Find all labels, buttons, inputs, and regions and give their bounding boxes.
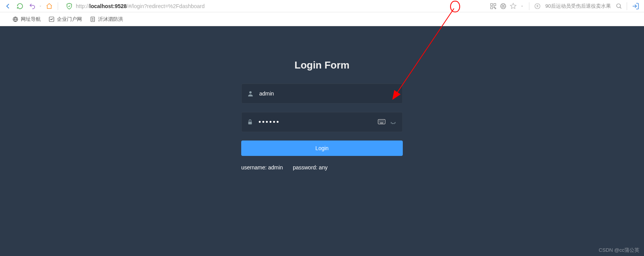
ie-compat-icon[interactable]: [500, 3, 507, 10]
svg-rect-1: [494, 3, 496, 5]
svg-rect-12: [248, 122, 252, 124]
login-title: Login Form: [241, 59, 403, 71]
search-icon[interactable]: [616, 3, 622, 9]
divider: [529, 2, 529, 10]
undo-icon: [29, 3, 36, 10]
password-field-wrapper: ••••••: [241, 112, 403, 132]
bookmark-item-nav[interactable]: 网址导航: [12, 16, 41, 23]
chevron-down-icon[interactable]: [38, 4, 42, 8]
star-icon[interactable]: [510, 3, 517, 10]
svg-rect-3: [494, 7, 494, 7]
hot-search-text[interactable]: 90后运动员受伤后退役卖水果: [546, 3, 611, 10]
login-hints: username: admin password: any: [241, 164, 403, 171]
svg-rect-2: [491, 7, 492, 8]
qr-icon[interactable]: [490, 3, 497, 10]
hint-password: password: any: [293, 164, 327, 171]
bookmark-label: 沂沭泗防洪: [98, 16, 123, 23]
password-input[interactable]: ••••••: [259, 118, 372, 126]
chart-icon: [48, 16, 55, 22]
svg-point-17: [383, 120, 384, 121]
login-form: Login Form •••••• Login: [241, 59, 403, 256]
bookmark-bar: 网址导航 企业门户网 沂沭泗防洪: [0, 12, 644, 26]
reload-button[interactable]: [15, 1, 25, 12]
keyboard-icon[interactable]: [378, 119, 385, 125]
home-button[interactable]: [44, 1, 55, 12]
arrow-left-icon: [4, 2, 12, 10]
eye-closed-icon[interactable]: [389, 119, 397, 125]
home-icon: [46, 3, 53, 10]
shield-icon: [66, 3, 73, 10]
lock-icon: [247, 119, 253, 125]
svg-point-14: [379, 120, 380, 121]
svg-point-19: [380, 122, 381, 122]
username-field-wrapper: [241, 84, 403, 104]
browser-toolbar: http://localhost:9528/#/login?redirect=%…: [0, 0, 644, 12]
bookmark-label: 企业门户网: [57, 16, 82, 23]
divider: [58, 2, 58, 10]
username-input[interactable]: [259, 84, 397, 103]
svg-point-11: [249, 91, 252, 94]
back-button[interactable]: [2, 1, 13, 12]
svg-rect-4: [495, 8, 496, 8]
globe-icon: [12, 16, 18, 22]
divider: [627, 2, 627, 10]
svg-point-18: [379, 122, 380, 122]
watermark: CSDN @cc蒲公英: [599, 247, 639, 254]
reload-icon: [17, 3, 23, 10]
address-bar[interactable]: http://localhost:9528/#/login?redirect=%…: [63, 1, 487, 11]
bookmark-item-flood[interactable]: 沂沭泗防洪: [90, 16, 123, 23]
bookmark-item-portal[interactable]: 企业门户网: [48, 16, 82, 23]
toolbar-right: 90后运动员受伤后退役卖水果: [490, 2, 642, 10]
sogou-icon[interactable]: [534, 3, 541, 10]
svg-rect-0: [491, 3, 492, 5]
svg-point-16: [382, 120, 382, 121]
svg-point-7: [617, 4, 621, 8]
login-portal-icon[interactable]: [632, 2, 639, 10]
svg-point-20: [382, 122, 382, 122]
svg-point-21: [383, 122, 384, 122]
document-icon: [90, 16, 96, 22]
chevron-down-icon[interactable]: [520, 4, 524, 8]
user-icon: [247, 90, 254, 97]
login-button[interactable]: Login: [241, 141, 403, 156]
hint-username: username: admin: [241, 164, 283, 171]
bookmark-label: 网址导航: [21, 16, 41, 23]
svg-rect-22: [380, 123, 383, 124]
page-content: Login Form •••••• Login: [0, 26, 644, 256]
svg-point-15: [380, 120, 381, 121]
url-text[interactable]: http://localhost:9528/#/login?redirect=%…: [76, 3, 484, 9]
undo-button[interactable]: [27, 1, 38, 12]
